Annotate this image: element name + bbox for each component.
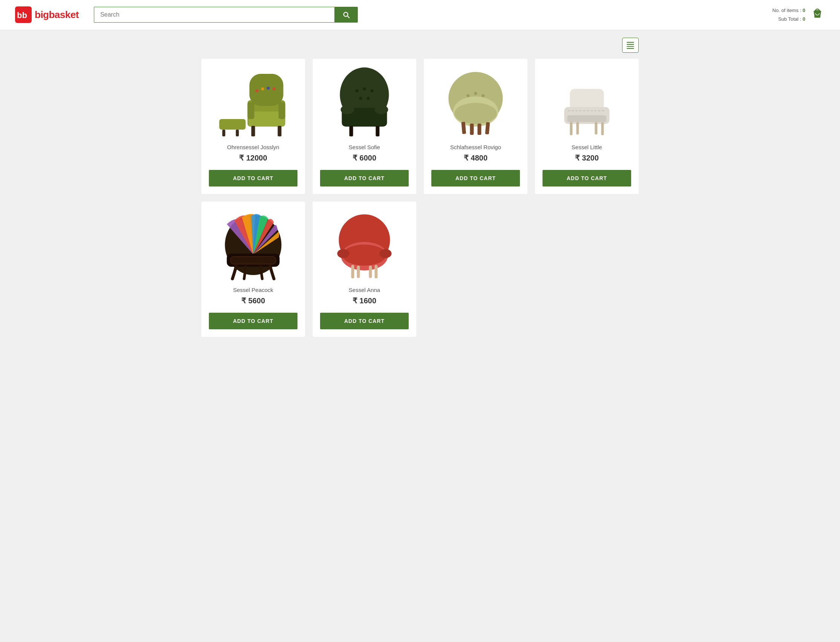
svg-rect-60 <box>357 266 360 278</box>
svg-point-25 <box>370 89 374 92</box>
add-to-cart-ohrensessel-josslyn[interactable]: ADD TO CART <box>209 170 297 186</box>
svg-rect-52 <box>231 256 276 264</box>
svg-point-55 <box>343 245 387 266</box>
svg-point-20 <box>273 88 276 91</box>
svg-rect-58 <box>351 265 354 279</box>
product-name-ohrensessel-josslyn: Ohrensessel Josslyn <box>227 144 279 150</box>
svg-rect-3 <box>627 42 634 42</box>
svg-rect-47 <box>577 122 579 135</box>
subtotal-label: Sub Total <box>778 16 799 22</box>
items-count: 0 <box>803 8 805 13</box>
chair-illustration-peacock <box>209 209 297 281</box>
product-card-sessel-anna: Sessel Anna ₹ 1600 ADD TO CART <box>312 201 416 337</box>
subtotal-value: 0 <box>803 16 805 22</box>
cart-area: No. of items : 0 Sub Total : 0 <box>772 6 825 24</box>
product-card-sessel-little: Sessel Little ₹ 3200 ADD TO CART <box>535 59 639 194</box>
svg-point-27 <box>367 97 370 100</box>
product-price-sessel-little: ₹ 3200 <box>575 153 599 162</box>
logo-icon: bb <box>15 6 32 23</box>
svg-rect-30 <box>349 126 353 136</box>
product-image-sessel-anna <box>320 209 409 281</box>
product-image-ohrensessel-josslyn <box>209 66 297 138</box>
svg-point-23 <box>356 89 359 92</box>
svg-rect-40 <box>478 123 481 135</box>
svg-rect-11 <box>250 74 284 106</box>
main-content: Ohrensessel Josslyn ₹ 12000 ADD TO CART <box>194 30 646 344</box>
chair-illustration-josslyn <box>209 66 297 138</box>
product-grid-row2: Sessel Peacock ₹ 5600 ADD TO CART <box>201 201 639 337</box>
svg-rect-13 <box>248 102 255 119</box>
toolbar <box>201 38 639 53</box>
svg-point-24 <box>363 88 366 91</box>
svg-rect-48 <box>595 122 598 135</box>
product-image-sessel-little <box>543 66 631 138</box>
svg-rect-6 <box>627 48 634 49</box>
svg-point-26 <box>359 97 362 100</box>
svg-point-34 <box>455 103 497 124</box>
add-to-cart-sessel-anna[interactable]: ADD TO CART <box>320 313 409 329</box>
add-to-cart-sessel-peacock[interactable]: ADD TO CART <box>209 313 297 329</box>
product-name-sessel-little: Sessel Little <box>572 144 602 150</box>
add-to-cart-sessel-little[interactable]: ADD TO CART <box>543 170 631 186</box>
svg-rect-39 <box>470 123 474 135</box>
svg-point-57 <box>380 249 392 258</box>
items-label: No. of items <box>772 8 799 13</box>
cart-bag-icon <box>810 6 825 21</box>
svg-rect-2 <box>814 10 821 18</box>
chair-illustration-rovigo <box>431 66 520 138</box>
product-price-schlafsessel-rovigo: ₹ 4800 <box>464 153 487 162</box>
svg-rect-16 <box>278 126 282 136</box>
svg-rect-8 <box>223 130 226 136</box>
product-grid-row1: Ohrensessel Josslyn ₹ 12000 ADD TO CART <box>201 59 639 194</box>
svg-rect-5 <box>627 46 634 47</box>
product-price-sessel-peacock: ₹ 5600 <box>241 296 265 305</box>
product-image-schlafsessel-rovigo <box>431 66 520 138</box>
add-to-cart-schlafsessel-rovigo[interactable]: ADD TO CART <box>431 170 520 186</box>
svg-rect-15 <box>252 126 255 136</box>
search-icon <box>342 11 350 19</box>
subtotal-line: Sub Total : 0 <box>772 15 805 23</box>
product-card-sessel-peacock: Sessel Peacock ₹ 5600 ADD TO CART <box>201 201 305 337</box>
list-view-button[interactable] <box>622 38 639 53</box>
search-input[interactable] <box>94 7 335 23</box>
product-price-ohrensessel-josslyn: ₹ 12000 <box>239 153 267 162</box>
search-area <box>94 7 358 23</box>
product-name-schlafsessel-rovigo: Schlafsessel Rovigo <box>450 144 501 150</box>
product-price-sessel-anna: ₹ 1600 <box>353 296 376 305</box>
svg-rect-45 <box>570 122 573 135</box>
product-card-sessel-sofie: Sessel Sofie ₹ 6000 ADD TO CART <box>312 59 416 194</box>
subtotal-colon: : <box>800 16 803 22</box>
product-card-ohrensessel-josslyn: Ohrensessel Josslyn ₹ 12000 ADD TO CART <box>201 59 305 194</box>
svg-point-18 <box>261 88 264 91</box>
product-image-sessel-sofie <box>320 66 409 138</box>
product-image-sessel-peacock <box>209 209 297 281</box>
svg-point-36 <box>474 92 477 95</box>
logo-text: bigbasket <box>35 9 79 21</box>
logo-area: bb bigbasket <box>15 6 79 23</box>
list-view-icon <box>626 40 635 50</box>
svg-point-17 <box>256 89 258 92</box>
svg-rect-4 <box>627 44 634 45</box>
svg-point-29 <box>375 105 388 114</box>
cart-icon-wrap[interactable] <box>810 6 825 23</box>
chair-illustration-anna <box>320 209 409 281</box>
svg-point-28 <box>341 105 354 114</box>
svg-rect-42 <box>570 89 604 110</box>
svg-rect-59 <box>375 265 378 279</box>
search-button[interactable] <box>335 7 358 23</box>
header: bb bigbasket No. of items : 0 Sub Total … <box>0 0 840 30</box>
add-to-cart-sessel-sofie[interactable]: ADD TO CART <box>320 170 409 186</box>
product-name-sessel-sofie: Sessel Sofie <box>349 144 380 150</box>
svg-point-19 <box>267 87 270 90</box>
cart-info: No. of items : 0 Sub Total : 0 <box>772 6 805 24</box>
svg-point-37 <box>482 94 485 97</box>
svg-point-35 <box>467 94 470 97</box>
chair-illustration-little <box>543 66 631 138</box>
svg-rect-46 <box>601 122 604 135</box>
product-name-sessel-peacock: Sessel Peacock <box>233 287 273 293</box>
svg-text:bb: bb <box>17 11 27 20</box>
svg-rect-14 <box>279 102 285 119</box>
product-card-schlafsessel-rovigo: Schlafsessel Rovigo ₹ 4800 ADD TO CART <box>424 59 528 194</box>
svg-rect-61 <box>369 266 372 278</box>
product-price-sessel-sofie: ₹ 6000 <box>353 153 376 162</box>
